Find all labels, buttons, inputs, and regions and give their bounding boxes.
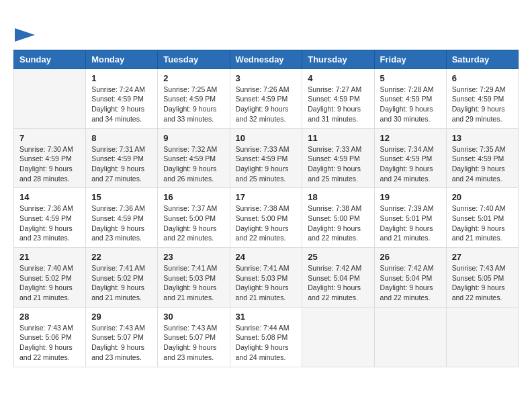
calendar-day-cell (374, 307, 446, 367)
day-info: Sunrise: 7:24 AMSunset: 4:59 PMDaylight:… (91, 85, 152, 124)
day-info: Sunrise: 7:26 AMSunset: 4:59 PMDaylight:… (236, 85, 297, 124)
calendar-day-cell: 15Sunrise: 7:36 AMSunset: 4:59 PMDayligh… (86, 188, 158, 248)
svg-marker-0 (15, 28, 35, 42)
calendar-day-cell: 8Sunrise: 7:31 AMSunset: 4:59 PMDaylight… (86, 128, 158, 188)
calendar-day-cell: 26Sunrise: 7:42 AMSunset: 5:04 PMDayligh… (374, 248, 446, 308)
weekday-header-cell: Friday (374, 50, 446, 68)
day-number: 26 (380, 252, 441, 262)
calendar-day-cell: 21Sunrise: 7:40 AMSunset: 5:02 PMDayligh… (14, 248, 86, 308)
calendar-week-row: 21Sunrise: 7:40 AMSunset: 5:02 PMDayligh… (14, 248, 519, 308)
day-number: 4 (308, 73, 368, 83)
calendar-day-cell: 7Sunrise: 7:30 AMSunset: 4:59 PMDaylight… (14, 128, 86, 188)
day-number: 2 (163, 73, 224, 83)
weekday-header-cell: Wednesday (230, 50, 302, 68)
calendar-day-cell: 3Sunrise: 7:26 AMSunset: 4:59 PMDaylight… (230, 68, 302, 128)
day-number: 6 (452, 73, 513, 83)
day-number: 1 (91, 73, 152, 83)
day-info: Sunrise: 7:43 AMSunset: 5:06 PMDaylight:… (19, 323, 80, 363)
day-info: Sunrise: 7:40 AMSunset: 5:01 PMDaylight:… (452, 203, 513, 243)
day-number: 22 (91, 252, 152, 262)
day-info: Sunrise: 7:28 AMSunset: 4:59 PMDaylight:… (380, 85, 441, 124)
calendar-day-cell: 12Sunrise: 7:34 AMSunset: 4:59 PMDayligh… (374, 128, 446, 188)
calendar-day-cell: 22Sunrise: 7:41 AMSunset: 5:02 PMDayligh… (86, 248, 158, 308)
day-number: 3 (236, 73, 297, 83)
calendar-body: 1Sunrise: 7:24 AMSunset: 4:59 PMDaylight… (14, 68, 519, 367)
calendar-week-row: 7Sunrise: 7:30 AMSunset: 4:59 PMDaylight… (14, 128, 519, 188)
day-info: Sunrise: 7:36 AMSunset: 4:59 PMDaylight:… (19, 203, 80, 243)
day-number: 17 (236, 192, 297, 202)
day-info: Sunrise: 7:32 AMSunset: 4:59 PMDaylight:… (163, 144, 224, 184)
calendar-day-cell: 19Sunrise: 7:39 AMSunset: 5:01 PMDayligh… (374, 188, 446, 248)
calendar-day-cell: 13Sunrise: 7:35 AMSunset: 4:59 PMDayligh… (446, 128, 518, 188)
logo (13, 13, 35, 43)
weekday-header-cell: Thursday (302, 50, 374, 68)
calendar-day-cell (14, 68, 86, 128)
calendar-day-cell: 9Sunrise: 7:32 AMSunset: 4:59 PMDaylight… (158, 128, 230, 188)
day-info: Sunrise: 7:30 AMSunset: 4:59 PMDaylight:… (19, 144, 80, 184)
day-info: Sunrise: 7:33 AMSunset: 4:59 PMDaylight:… (308, 144, 368, 184)
day-number: 21 (19, 252, 80, 262)
calendar-day-cell: 17Sunrise: 7:38 AMSunset: 5:00 PMDayligh… (230, 188, 302, 248)
day-number: 30 (163, 312, 224, 322)
calendar-day-cell: 23Sunrise: 7:41 AMSunset: 5:03 PMDayligh… (158, 248, 230, 308)
day-number: 14 (19, 192, 80, 202)
day-info: Sunrise: 7:41 AMSunset: 5:02 PMDaylight:… (91, 263, 152, 303)
calendar-week-row: 1Sunrise: 7:24 AMSunset: 4:59 PMDaylight… (14, 68, 519, 128)
calendar-day-cell (302, 307, 374, 367)
day-info: Sunrise: 7:33 AMSunset: 4:59 PMDaylight:… (236, 144, 297, 184)
day-number: 12 (380, 133, 441, 143)
day-info: Sunrise: 7:39 AMSunset: 5:01 PMDaylight:… (380, 203, 441, 243)
calendar-day-cell: 1Sunrise: 7:24 AMSunset: 4:59 PMDaylight… (86, 68, 158, 128)
day-number: 8 (91, 133, 152, 143)
day-number: 28 (19, 312, 80, 322)
calendar-day-cell: 2Sunrise: 7:25 AMSunset: 4:59 PMDaylight… (158, 68, 230, 128)
day-info: Sunrise: 7:35 AMSunset: 4:59 PMDaylight:… (452, 144, 513, 184)
day-number: 20 (452, 192, 513, 202)
calendar-day-cell: 28Sunrise: 7:43 AMSunset: 5:06 PMDayligh… (14, 307, 86, 367)
day-number: 10 (236, 133, 297, 143)
weekday-header-cell: Sunday (14, 50, 86, 68)
day-info: Sunrise: 7:31 AMSunset: 4:59 PMDaylight:… (91, 144, 152, 184)
day-info: Sunrise: 7:38 AMSunset: 5:00 PMDaylight:… (308, 203, 368, 243)
day-number: 9 (163, 133, 224, 143)
day-number: 23 (163, 252, 224, 262)
day-number: 19 (380, 192, 441, 202)
day-number: 11 (308, 133, 368, 143)
calendar-day-cell: 6Sunrise: 7:29 AMSunset: 4:59 PMDaylight… (446, 68, 518, 128)
calendar-day-cell: 4Sunrise: 7:27 AMSunset: 4:59 PMDaylight… (302, 68, 374, 128)
day-info: Sunrise: 7:38 AMSunset: 5:00 PMDaylight:… (236, 203, 297, 243)
day-info: Sunrise: 7:27 AMSunset: 4:59 PMDaylight:… (308, 85, 368, 124)
day-number: 7 (19, 133, 80, 143)
day-info: Sunrise: 7:41 AMSunset: 5:03 PMDaylight:… (163, 263, 224, 303)
logo-blue (13, 28, 35, 41)
day-number: 25 (308, 252, 368, 262)
day-number: 29 (91, 312, 152, 322)
day-info: Sunrise: 7:34 AMSunset: 4:59 PMDaylight:… (380, 144, 441, 184)
calendar-day-cell: 18Sunrise: 7:38 AMSunset: 5:00 PMDayligh… (302, 188, 374, 248)
day-number: 5 (380, 73, 441, 83)
weekday-header: SundayMondayTuesdayWednesdayThursdayFrid… (14, 50, 519, 68)
calendar-day-cell: 16Sunrise: 7:37 AMSunset: 5:00 PMDayligh… (158, 188, 230, 248)
day-info: Sunrise: 7:29 AMSunset: 4:59 PMDaylight:… (452, 85, 513, 124)
calendar-week-row: 28Sunrise: 7:43 AMSunset: 5:06 PMDayligh… (14, 307, 519, 367)
day-info: Sunrise: 7:42 AMSunset: 5:04 PMDaylight:… (308, 263, 368, 303)
calendar-day-cell (446, 307, 518, 367)
day-info: Sunrise: 7:41 AMSunset: 5:03 PMDaylight:… (236, 263, 297, 303)
calendar: SundayMondayTuesdayWednesdayThursdayFrid… (13, 50, 519, 367)
day-number: 16 (163, 192, 224, 202)
day-number: 15 (91, 192, 152, 202)
calendar-week-row: 14Sunrise: 7:36 AMSunset: 4:59 PMDayligh… (14, 188, 519, 248)
calendar-day-cell: 20Sunrise: 7:40 AMSunset: 5:01 PMDayligh… (446, 188, 518, 248)
calendar-day-cell: 11Sunrise: 7:33 AMSunset: 4:59 PMDayligh… (302, 128, 374, 188)
day-number: 31 (236, 312, 297, 322)
day-info: Sunrise: 7:42 AMSunset: 5:04 PMDaylight:… (380, 263, 441, 303)
calendar-day-cell: 5Sunrise: 7:28 AMSunset: 4:59 PMDaylight… (374, 68, 446, 128)
calendar-day-cell: 31Sunrise: 7:44 AMSunset: 5:08 PMDayligh… (230, 307, 302, 367)
calendar-day-cell: 27Sunrise: 7:43 AMSunset: 5:05 PMDayligh… (446, 248, 518, 308)
calendar-day-cell: 14Sunrise: 7:36 AMSunset: 4:59 PMDayligh… (14, 188, 86, 248)
day-info: Sunrise: 7:44 AMSunset: 5:08 PMDaylight:… (236, 323, 297, 363)
day-info: Sunrise: 7:37 AMSunset: 5:00 PMDaylight:… (163, 203, 224, 243)
weekday-header-cell: Monday (86, 50, 158, 68)
day-info: Sunrise: 7:36 AMSunset: 4:59 PMDaylight:… (91, 203, 152, 243)
day-info: Sunrise: 7:25 AMSunset: 4:59 PMDaylight:… (163, 85, 224, 124)
